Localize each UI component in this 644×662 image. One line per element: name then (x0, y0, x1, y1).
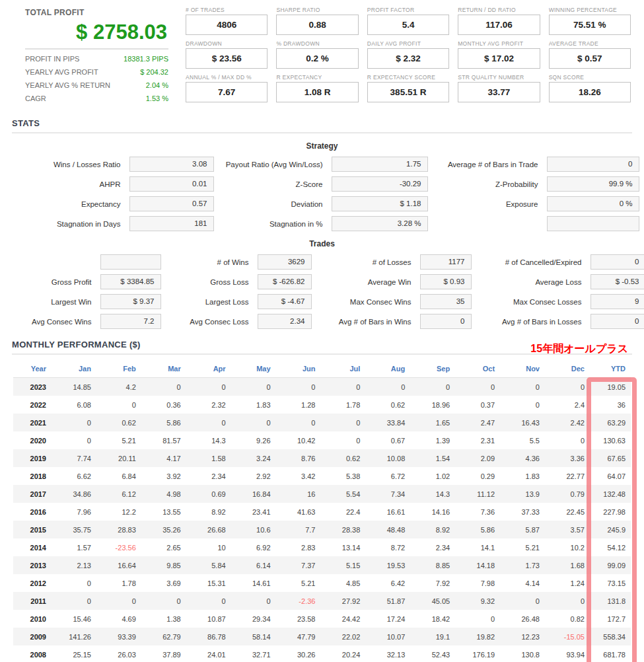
table-row: 20226.0800.362.321.831.281.780.6218.960.… (13, 396, 631, 414)
stat-value-box: 3.08 (129, 157, 214, 172)
stat-value-box: 3629 (258, 254, 312, 270)
value-cell: 4.14 (500, 574, 545, 592)
value-cell: 48.48 (365, 521, 410, 538)
value-cell: 1.57 (52, 538, 96, 556)
metric-value-box: 0.88 (276, 15, 358, 35)
value-cell: 28.38 (320, 521, 365, 538)
value-cell: 7.34 (365, 485, 410, 503)
stat-label: Max Consec Losses (476, 298, 587, 306)
value-cell: 1.02 (410, 467, 455, 485)
table-header-cell: May (231, 360, 276, 378)
value-cell: 0 (186, 378, 231, 396)
value-cell: 12.2 (96, 503, 141, 521)
metric-value-box: 0.2 % (276, 48, 358, 69)
value-cell: 1.24 (545, 574, 590, 592)
table-header-cell: Apr (186, 360, 231, 378)
value-cell: 4.36 (500, 449, 545, 467)
value-cell: -15.05 (545, 628, 590, 645)
value-cell: 2.4 (545, 396, 590, 414)
value-cell: 6.84 (96, 467, 141, 485)
value-cell: 6.92 (231, 538, 276, 556)
summary-divider (25, 48, 168, 50)
stat-label: Wins / Losses Ratio (5, 161, 125, 168)
year-cell: 2020 (13, 431, 52, 449)
table-row: 20197.7420.114.171.583.248.760.6210.081.… (13, 449, 631, 467)
ytd-cell: 63.29 (590, 414, 631, 431)
value-cell: 11.12 (455, 485, 500, 503)
stat-value-box: 2.34 (258, 314, 312, 329)
value-cell: 18.96 (410, 396, 455, 414)
stat-value-box: $ -0.53 (590, 274, 644, 289)
metric: WINNING PERCENTAGE75.51 % (549, 7, 631, 35)
value-cell: 3.42 (276, 467, 321, 485)
monthly-performance-table: YearJanFebMarAprMayJunJulAugSepOctNovDec… (13, 360, 631, 662)
value-cell: 0 (52, 431, 96, 449)
stat-label: Avg # of Bars in Wins (316, 318, 416, 326)
value-cell: 0.29 (455, 467, 500, 485)
value-cell: 41.63 (276, 503, 321, 521)
value-cell: 1.68 (545, 556, 590, 574)
value-cell: 0 (52, 592, 96, 610)
annotation-all-plus: 15年間オールプラス (530, 342, 628, 356)
year-cell: 2015 (13, 521, 52, 538)
year-cell: 2010 (13, 610, 52, 628)
year-cell: 2019 (13, 449, 52, 467)
value-cell: 93.39 (96, 628, 141, 645)
stat-label: Gross Profit (0, 278, 96, 286)
value-cell: 37.89 (141, 645, 186, 662)
ytd-cell: 172.7 (590, 610, 631, 628)
value-cell: 2.83 (276, 538, 321, 556)
value-cell: 13.14 (320, 538, 365, 556)
value-cell: 0 (320, 378, 365, 396)
value-cell: 6.14 (231, 556, 276, 574)
value-cell: 35.75 (52, 521, 96, 538)
stat-value-box: 181 (129, 216, 214, 231)
value-cell: 4.17 (141, 449, 186, 467)
metric-value-box: $ 17.02 (458, 48, 540, 69)
summary-header: TOTAL PROFIT $ 2758.03 PROFIT IN PIPS183… (0, 0, 644, 108)
strategy-subheading: Strategy (0, 141, 644, 151)
value-cell: 5.15 (320, 556, 365, 574)
value-cell: 14.61 (231, 574, 276, 592)
strategy-stats-grid: Wins / Losses Ratio3.08Payout Ratio (Avg… (0, 157, 644, 231)
stat-value-box: 99.9 % (547, 176, 639, 192)
value-cell: 86.78 (186, 628, 231, 645)
metric-value-box: 5.4 (367, 15, 449, 35)
metric-label: MONTHLY AVG PROFIT (458, 40, 540, 47)
value-cell: 10.08 (365, 449, 410, 467)
table-row: 201734.866.124.980.6916.84165.547.3414.3… (13, 485, 631, 503)
total-profit-title: TOTAL PROFIT (25, 8, 168, 17)
year-cell: 2018 (13, 467, 52, 485)
value-cell: 51.87 (365, 592, 410, 610)
stat-label: Largest Win (0, 298, 96, 306)
stat-label: Largest Loss (165, 298, 254, 306)
value-cell: 2.09 (455, 449, 500, 467)
summary-rows: PROFIT IN PIPS18381.3 PIPSYEARLY AVG PRO… (25, 55, 168, 102)
summary-value: 1.53 % (146, 94, 168, 102)
value-cell: 81.57 (141, 431, 186, 449)
value-cell: 2.34 (410, 538, 455, 556)
value-cell: 16.43 (500, 414, 545, 431)
value-cell: 0.62 (96, 414, 141, 431)
value-cell: 19.82 (455, 628, 500, 645)
value-cell: 3.57 (545, 521, 590, 538)
value-cell: 1.78 (96, 574, 141, 592)
summary-value: 18381.3 PIPS (124, 55, 168, 63)
ytd-cell: 36 (590, 396, 631, 414)
value-cell: 34.86 (52, 485, 96, 503)
stat-label: Average Loss (476, 278, 587, 286)
value-cell: 6.12 (96, 485, 141, 503)
table-header-cell: Year (13, 360, 52, 378)
table-header-cell: Nov (500, 360, 545, 378)
total-profit-value: $ 2758.03 (25, 20, 167, 44)
metric-value-box: 33.77 (458, 82, 540, 102)
year-cell: 2011 (13, 592, 52, 610)
value-cell: -2.36 (276, 592, 321, 610)
metric: MONTHLY AVG PROFIT$ 17.02 (458, 40, 540, 69)
value-cell: 1.83 (500, 467, 545, 485)
value-cell: 7.37 (276, 556, 321, 574)
value-cell: 10.42 (276, 431, 321, 449)
value-cell: 15.46 (52, 610, 96, 628)
value-cell: 5.86 (455, 521, 500, 538)
metrics-row: ANNUAL % / MAX DD %7.67R EXPECTANCY1.08 … (186, 74, 631, 102)
